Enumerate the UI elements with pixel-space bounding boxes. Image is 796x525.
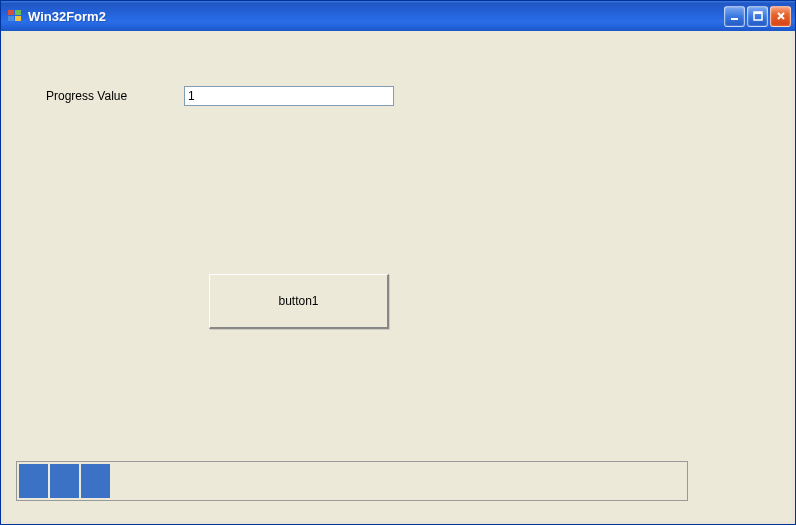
app-icon bbox=[7, 8, 23, 24]
svg-rect-6 bbox=[754, 12, 762, 14]
close-button[interactable] bbox=[770, 6, 791, 27]
window-controls bbox=[724, 6, 791, 27]
window-title: Win32Form2 bbox=[28, 9, 724, 24]
progress-block bbox=[50, 464, 79, 498]
window-frame: Win32Form2 Progress Value button1 bbox=[0, 0, 796, 525]
svg-rect-3 bbox=[15, 16, 21, 21]
progress-block bbox=[19, 464, 48, 498]
progress-value-label: Progress Value bbox=[46, 89, 127, 103]
progress-bar bbox=[16, 461, 688, 501]
svg-rect-0 bbox=[8, 10, 14, 15]
minimize-button[interactable] bbox=[724, 6, 745, 27]
client-area: Progress Value button1 bbox=[4, 31, 792, 521]
svg-rect-2 bbox=[8, 16, 14, 21]
button1[interactable]: button1 bbox=[209, 274, 389, 329]
svg-rect-1 bbox=[15, 10, 21, 15]
svg-rect-4 bbox=[731, 18, 738, 20]
progress-value-input[interactable] bbox=[184, 86, 394, 106]
maximize-button[interactable] bbox=[747, 6, 768, 27]
titlebar: Win32Form2 bbox=[1, 1, 795, 31]
progress-block bbox=[81, 464, 110, 498]
